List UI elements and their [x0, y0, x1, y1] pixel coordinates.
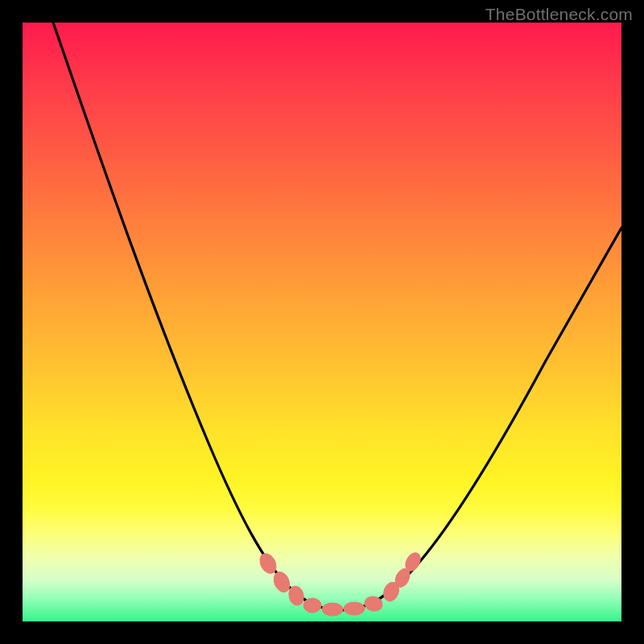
watermark-text: TheBottleneck.com [485, 5, 633, 24]
curve-path [53, 23, 621, 610]
bottleneck-curve [23, 23, 621, 621]
valley-markers [257, 551, 423, 616]
chart-frame: TheBottleneck.com [0, 0, 644, 644]
svg-point-5 [344, 602, 365, 615]
svg-point-4 [322, 603, 343, 616]
plot-area [23, 23, 621, 621]
svg-point-3 [303, 598, 321, 613]
